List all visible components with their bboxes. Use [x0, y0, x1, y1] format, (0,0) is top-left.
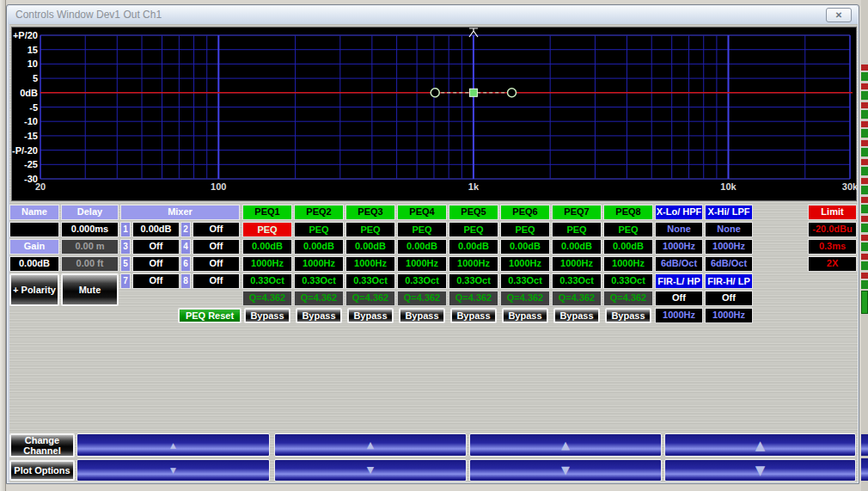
peq-reset-button[interactable]: PEQ Reset — [178, 308, 241, 323]
mixer-input-level-field[interactable]: Off — [193, 222, 240, 237]
fir-freq-field[interactable]: 1000Hz — [655, 308, 703, 323]
limit-threshold-field[interactable]: -20.0dBu — [808, 222, 857, 237]
y-axis-label: -25 — [12, 159, 38, 169]
mixer-input-level-field[interactable]: Off — [132, 273, 180, 289]
mixer-input-number: 8 — [180, 273, 191, 289]
peq-type-button[interactable]: PEQ — [500, 222, 550, 237]
peq-freq-field[interactable]: 1000Hz — [345, 256, 395, 272]
fir-state-field[interactable]: Off — [705, 291, 753, 306]
peq-width-field[interactable]: 0.33Oct — [603, 273, 653, 289]
nudge-up-button-2[interactable]: ▲ — [274, 433, 467, 457]
peq-bypass-button[interactable]: Bypass — [347, 308, 394, 323]
nudge-down-button-1[interactable]: ▼ — [76, 459, 270, 482]
peq-bypass-button[interactable]: Bypass — [296, 308, 342, 323]
peq-freq-field[interactable]: 1000Hz — [449, 256, 498, 272]
fir-button[interactable]: FIR-L/ HP — [655, 273, 703, 289]
peq-type-button[interactable]: PEQ — [294, 222, 344, 237]
peq-gain-field[interactable]: 0.00dB — [449, 239, 498, 255]
close-button[interactable]: ✕ — [826, 8, 852, 22]
response-plot[interactable]: +P/20151050dB-5-10-15-P/-20-25-30 201001… — [11, 27, 857, 201]
peq-type-button[interactable]: PEQ — [603, 222, 653, 237]
peq-freq-field[interactable]: 1000Hz — [500, 256, 550, 272]
mixer-input-level-field[interactable]: 0.00dB — [132, 222, 180, 237]
peq-bypass-button[interactable]: Bypass — [244, 308, 290, 323]
delay-time-field[interactable]: 0.000ms — [61, 222, 119, 237]
channel-name-field[interactable] — [9, 222, 59, 237]
peq-bypass-button[interactable]: Bypass — [450, 308, 497, 323]
crossover-freq-field[interactable]: 1000Hz — [705, 239, 753, 255]
mixer-input-number: 1 — [120, 222, 131, 237]
nudge-down-button-2[interactable]: ▼ — [274, 459, 467, 482]
nudge-up-button-3[interactable]: ▲ — [469, 433, 662, 457]
peq-width-field[interactable]: 0.33Oct — [345, 273, 395, 289]
peq-gain-field[interactable]: 0.00dB — [397, 239, 447, 255]
peq-gain-field[interactable]: 0.00dB — [345, 239, 395, 255]
peq-type-button[interactable]: PEQ — [345, 222, 395, 237]
background-window-right-sliver — [861, 0, 868, 491]
peq-freq-field[interactable]: 1000Hz — [294, 256, 344, 272]
peq-gain-field[interactable]: 0.00dB — [294, 239, 344, 255]
peq-width-field[interactable]: 0.33Oct — [397, 273, 447, 289]
close-icon: ✕ — [835, 10, 842, 20]
peq-freq-field[interactable]: 1000Hz — [397, 256, 447, 272]
nudge-up-button-4[interactable]: ▲ — [664, 433, 856, 457]
peq-type-button[interactable]: PEQ — [242, 222, 292, 237]
crossover-type-field[interactable]: None — [705, 222, 753, 237]
nudge-down-button-3[interactable]: ▼ — [469, 459, 662, 482]
peq-width-field[interactable]: 0.33Oct — [552, 273, 602, 289]
y-axis-label: -P/-20 — [12, 145, 38, 156]
peq-gain-field[interactable]: 0.00dB — [552, 239, 602, 255]
crossover-slope-field[interactable]: 6dB/Oct — [705, 256, 753, 272]
limit-attack-field[interactable]: 0.3ms — [808, 239, 857, 255]
mixer-input-level-field[interactable]: Off — [193, 273, 240, 289]
mixer-input-level-field[interactable]: Off — [132, 239, 180, 255]
limit-ratio-field[interactable]: 2X — [808, 256, 857, 272]
mixer-input-number: 2 — [180, 222, 191, 237]
crossover-slope-field[interactable]: 6dB/Oct — [655, 256, 703, 272]
crossover-header: X-Lo/ HPF — [655, 205, 703, 220]
crossover-type-field[interactable]: None — [655, 222, 703, 237]
nudge-up-button-1[interactable]: ▲ — [76, 433, 270, 457]
peq-freq-field[interactable]: 1000Hz — [552, 256, 602, 272]
mixer-input-level-field[interactable]: Off — [193, 256, 240, 272]
peq-width-field[interactable]: 0.33Oct — [242, 273, 292, 289]
peq-gain-field[interactable]: 0.00dB — [242, 239, 292, 255]
frequency-cursor-icon[interactable] — [468, 28, 480, 38]
peq-bypass-button[interactable]: Bypass — [502, 308, 548, 323]
peq-high-handle[interactable] — [508, 89, 517, 97]
peq-width-field[interactable]: 0.33Oct — [449, 273, 498, 289]
peq-header: PEQ2 — [294, 205, 344, 220]
window-body: +P/20151050dB-5-10-15-P/-20-25-30 201001… — [9, 24, 858, 482]
background-button-fragment — [861, 434, 868, 456]
fir-state-field[interactable]: Off — [655, 291, 703, 306]
change-channel-button[interactable]: Change Channel — [9, 433, 75, 457]
crossover-header: X-Hi/ LPF — [705, 205, 753, 220]
mixer-input: 7 Off — [120, 273, 180, 289]
polarity-button[interactable]: + Polarity — [9, 273, 59, 306]
nudge-down-button-4[interactable]: ▼ — [664, 459, 856, 482]
fir-button[interactable]: FIR-H/ LP — [705, 273, 753, 289]
peq-gain-field[interactable]: 0.00dB — [603, 239, 653, 255]
peq-bypass-button[interactable]: Bypass — [605, 308, 651, 323]
peq-bypass-button[interactable]: Bypass — [553, 308, 600, 323]
mixer-input: 2 Off — [180, 222, 240, 237]
peq-freq-field[interactable]: 1000Hz — [603, 256, 653, 272]
peq-type-button[interactable]: PEQ — [552, 222, 602, 237]
mixer-input-level-field[interactable]: Off — [193, 239, 240, 255]
peq-freq-field[interactable]: 1000Hz — [242, 256, 292, 272]
peq-width-field[interactable]: 0.33Oct — [500, 273, 550, 289]
peq-type-button[interactable]: PEQ — [397, 222, 447, 237]
mixer-input-level-field[interactable]: Off — [132, 256, 180, 272]
crossover-freq-field[interactable]: 1000Hz — [655, 239, 703, 255]
title-bar[interactable]: Controls Window Dev1 Out Ch1 ✕ — [8, 6, 858, 24]
peq-gain-field[interactable]: 0.00dB — [500, 239, 550, 255]
peq-low-handle[interactable] — [431, 89, 439, 97]
fir-freq-field[interactable]: 1000Hz — [705, 308, 753, 323]
peq-width-field[interactable]: 0.33Oct — [294, 273, 344, 289]
peq-type-button[interactable]: PEQ — [449, 222, 498, 237]
peq-center-handle[interactable] — [469, 89, 477, 96]
plot-options-button[interactable]: Plot Options — [9, 460, 75, 481]
gain-field[interactable]: 0.00dB — [9, 256, 59, 272]
peq-bypass-button[interactable]: Bypass — [399, 308, 445, 323]
mute-button[interactable]: Mute — [61, 273, 119, 306]
